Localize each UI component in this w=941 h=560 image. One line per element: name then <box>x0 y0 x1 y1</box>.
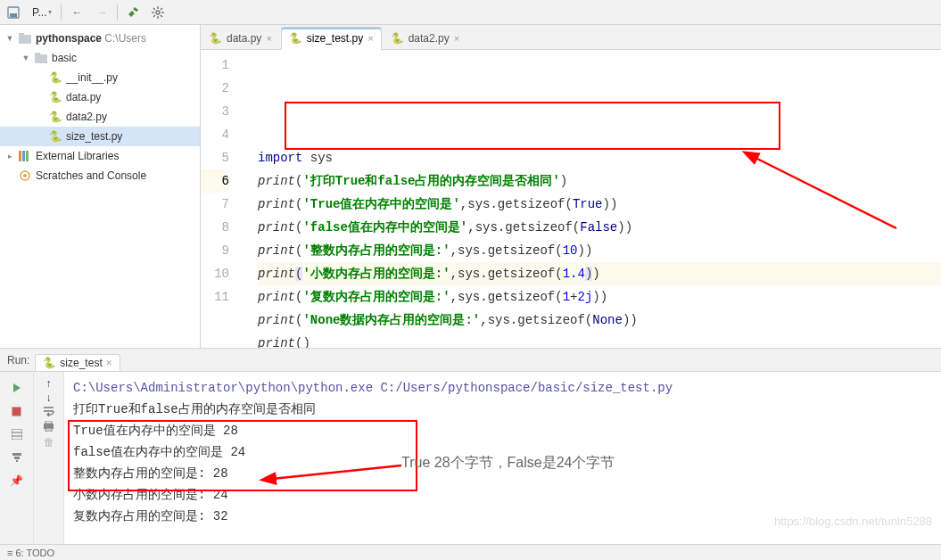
svg-point-20 <box>23 174 27 177</box>
tree-folder-basic[interactable]: ▼ basic <box>0 48 200 68</box>
svg-rect-15 <box>35 53 40 56</box>
scratches-icon <box>18 169 32 183</box>
close-icon[interactable]: × <box>106 357 112 369</box>
code-line[interactable]: print('false值在内存中的空间是',sys.getsizeof(Fal… <box>258 216 941 239</box>
svg-rect-23 <box>12 429 22 440</box>
project-selector[interactable]: P...▾ <box>29 6 55 19</box>
editor-tabs: 🐍data.py× 🐍size_test.py× 🐍data2.py× <box>201 25 941 50</box>
status-bar: ≡ 6: TODO <box>0 544 941 560</box>
svg-rect-22 <box>12 407 21 416</box>
run-title: Run: <box>7 354 29 366</box>
python-file-icon: 🐍 <box>48 129 62 144</box>
svg-rect-30 <box>45 421 52 424</box>
top-toolbar: P...▾ ← → <box>0 0 941 25</box>
tab-data-py[interactable]: 🐍data.py× <box>201 26 280 49</box>
hammer-icon[interactable] <box>123 3 143 22</box>
trash-icon[interactable]: 🗑 <box>44 436 54 449</box>
svg-rect-13 <box>19 33 24 37</box>
close-icon[interactable]: × <box>266 33 271 44</box>
tree-external-libs[interactable]: ▸External Libraries <box>0 146 200 166</box>
svg-rect-17 <box>22 151 25 161</box>
code-line[interactable]: print('True值在内存中的空间是',sys.getsizeof(True… <box>258 193 941 216</box>
run-toolbar-left2: ↑ ↓ 🗑 <box>34 372 64 544</box>
run-header: Run: 🐍 size_test × <box>0 349 941 372</box>
up-icon[interactable]: ↑ <box>46 377 52 390</box>
python-file-icon: 🐍 <box>391 32 404 45</box>
tree-scratches[interactable]: Scratches and Console <box>0 166 200 185</box>
console-line: True值在内存中的空间是 28 <box>73 420 932 441</box>
tree-file[interactable]: 🐍__init__.py <box>0 68 200 87</box>
gutter: 1234567891011 <box>201 50 236 348</box>
command-line: C:\Users\Administrator\python\python.exe… <box>73 377 932 399</box>
print-icon[interactable] <box>43 421 54 434</box>
run-tool-window: Run: 🐍 size_test × 📌 ↑ ↓ 🗑 C:\Users\Admi… <box>0 348 941 544</box>
annotation-text: True 28个字节，False是24个字节 <box>401 454 615 473</box>
code-editor[interactable]: 1234567891011 import sysprint('打印True和fa… <box>201 50 941 348</box>
console-line: 打印True和false占用的内存空间是否相同 <box>73 399 932 420</box>
tree-file[interactable]: 🐍size_test.py <box>0 127 200 146</box>
folder-icon <box>34 51 48 65</box>
svg-rect-26 <box>12 453 21 456</box>
code-line[interactable]: print('小数内存占用的空间是:',sys.getsizeof(1.4)) <box>258 262 941 285</box>
svg-rect-2 <box>134 7 139 12</box>
svg-rect-18 <box>26 151 29 161</box>
editor-area: 🐍data.py× 🐍size_test.py× 🐍data2.py× 1234… <box>201 25 941 348</box>
status-todo[interactable]: ≡ 6: TODO <box>7 548 54 558</box>
filter-icon[interactable] <box>6 447 28 468</box>
python-file-icon: 🐍 <box>48 70 62 85</box>
run-tab[interactable]: 🐍 size_test × <box>35 354 120 371</box>
folder-icon <box>18 31 32 45</box>
close-icon[interactable]: × <box>454 33 459 44</box>
code-line[interactable]: print('复数内存占用的空间是:',sys.getsizeof(1+2j)) <box>258 285 941 309</box>
back-icon[interactable]: ← <box>67 3 87 22</box>
layout-icon[interactable] <box>6 424 28 445</box>
close-icon[interactable]: × <box>367 33 373 44</box>
svg-line-10 <box>161 8 162 10</box>
svg-rect-31 <box>45 428 52 432</box>
tree-file[interactable]: 🐍data.py <box>0 87 200 107</box>
tab-data2-py[interactable]: 🐍data2.py× <box>383 26 467 49</box>
project-tree[interactable]: ▼ pythonspace C:\Users ▼ basic 🐍__init__… <box>0 25 200 189</box>
code-line[interactable]: import sys <box>258 146 941 169</box>
watermark: https://blog.csdn.net/tunln5288 <box>774 515 932 528</box>
svg-point-3 <box>156 11 160 14</box>
wrap-icon[interactable] <box>43 406 55 419</box>
main-area: ▼ pythonspace C:\Users ▼ basic 🐍__init__… <box>0 25 941 348</box>
tab-size-test-py[interactable]: 🐍size_test.py× <box>281 27 382 50</box>
run-toolbar-left: 📌 <box>0 372 34 544</box>
python-file-icon: 🐍 <box>48 110 62 124</box>
svg-rect-16 <box>19 151 21 161</box>
svg-rect-27 <box>14 457 20 459</box>
tree-file[interactable]: 🐍data2.py <box>0 107 200 127</box>
svg-rect-1 <box>10 13 17 17</box>
settings-icon[interactable] <box>148 3 168 22</box>
svg-line-8 <box>153 8 155 10</box>
code-line[interactable]: print('打印True和false占用的内存空间是否相同') <box>258 169 941 193</box>
svg-line-11 <box>153 15 155 17</box>
python-file-icon: 🐍 <box>289 32 302 45</box>
annotation-box <box>285 102 780 150</box>
forward-icon[interactable]: → <box>92 3 111 22</box>
rerun-icon[interactable] <box>6 377 28 399</box>
down-icon[interactable]: ↓ <box>46 391 52 404</box>
svg-line-9 <box>161 15 162 17</box>
pin-icon[interactable]: 📌 <box>6 470 28 491</box>
console-line: 小数内存占用的空间是: 24 <box>73 484 932 506</box>
code-line[interactable]: print('整数内存占用的空间是:',sys.getsizeof(10)) <box>258 239 941 262</box>
svg-rect-28 <box>16 460 18 462</box>
code-lines[interactable]: import sysprint('打印True和false占用的内存空间是否相同… <box>236 50 941 348</box>
code-line[interactable]: print() <box>258 332 941 348</box>
python-file-icon: 🐍 <box>209 32 222 45</box>
tree-root[interactable]: ▼ pythonspace C:\Users <box>0 29 200 48</box>
code-line[interactable]: print('None数据内存占用的空间是:',sys.getsizeof(No… <box>258 309 941 332</box>
python-file-icon: 🐍 <box>43 357 56 369</box>
project-panel: ▼ pythonspace C:\Users ▼ basic 🐍__init__… <box>0 25 201 348</box>
python-file-icon: 🐍 <box>48 90 62 104</box>
stop-icon[interactable] <box>6 400 28 422</box>
save-icon[interactable] <box>4 3 23 22</box>
library-icon <box>18 149 32 163</box>
